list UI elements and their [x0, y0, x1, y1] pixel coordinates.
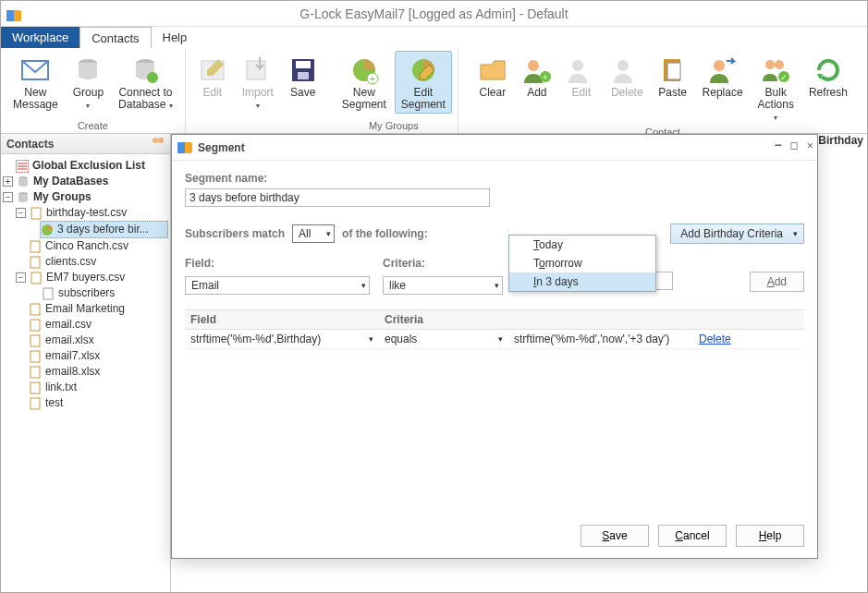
tree-item[interactable]: subscribers — [3, 285, 168, 301]
users-icon — [152, 137, 165, 151]
group-button[interactable]: Group▾ — [67, 51, 110, 115]
grid-head-field: Field — [185, 310, 379, 329]
svg-rect-39 — [31, 257, 40, 268]
grid-cell-field[interactable]: strftime('%m-%d',Birthday)▾ — [185, 330, 379, 348]
save-button-ribbon[interactable]: Save — [282, 51, 324, 115]
svg-rect-43 — [31, 320, 40, 331]
refresh-button[interactable]: Refresh — [802, 51, 854, 127]
svg-text:+: + — [370, 74, 375, 84]
edit-button: Edit — [191, 51, 234, 115]
svg-text:+: + — [543, 72, 548, 82]
file-icon — [29, 240, 42, 253]
maximize-button[interactable]: □ — [791, 139, 798, 151]
match-select[interactable]: All — [292, 224, 335, 243]
user-delete-icon — [612, 55, 642, 85]
segment-dialog: Segment — □ ✕ Segment name: Subscribers … — [171, 134, 818, 559]
tree-item[interactable]: − EM7 buyers.csv — [3, 270, 168, 285]
tree-item[interactable]: Cinco Ranch.csv — [3, 238, 168, 254]
svg-rect-40 — [31, 272, 41, 284]
pie-icon — [41, 224, 54, 236]
file-icon — [29, 303, 42, 316]
svg-point-5 — [147, 72, 158, 83]
tree-item[interactable]: clients.csv — [3, 254, 168, 270]
birthday-criteria-menu: Today Tomorrow In 3 days — [508, 235, 656, 292]
file-icon — [29, 319, 42, 332]
menu-item-in-3-days[interactable]: In 3 days — [509, 272, 655, 291]
tree-item[interactable]: test — [3, 395, 168, 411]
connect-database-button[interactable]: Connect to Database ▾ — [112, 51, 179, 115]
delete-link[interactable]: Delete — [699, 333, 731, 345]
grid-cell-value: strftime('%m-%d','now','+3 day') — [508, 330, 693, 348]
tab-help[interactable]: Help — [152, 27, 199, 48]
bulk-actions-button[interactable]: ✓ Bulk Actions▾ — [752, 51, 801, 127]
user-plus-icon: + — [522, 55, 552, 85]
cancel-button[interactable]: Cancel — [658, 525, 727, 547]
collapse-icon[interactable]: − — [16, 208, 26, 218]
clipboard-icon — [658, 55, 688, 85]
close-button[interactable]: ✕ — [807, 139, 813, 151]
add-button[interactable]: Add — [750, 272, 804, 292]
tab-workplace[interactable]: Workplace — [1, 27, 79, 48]
envelope-icon — [20, 55, 50, 85]
tree-my-databases[interactable]: + My DataBases — [3, 174, 168, 189]
field-label: Field: — [185, 257, 370, 270]
svg-rect-42 — [31, 304, 40, 315]
file-icon — [30, 272, 43, 284]
file-icon — [29, 381, 42, 394]
file-icon — [29, 350, 42, 363]
menu-item-today[interactable]: Today — [509, 236, 655, 254]
tree-item[interactable]: Email Marketing — [3, 301, 168, 317]
match-label-left: Subscribers match — [185, 227, 285, 240]
save-button[interactable]: Save — [581, 525, 649, 547]
clear-button[interactable]: Clear — [471, 51, 514, 127]
svg-rect-48 — [31, 398, 40, 409]
chevron-down-icon[interactable]: ▾ — [369, 334, 373, 344]
tree-item-segment-selected[interactable]: 3 days before bir... — [40, 221, 168, 238]
svg-rect-45 — [31, 351, 40, 362]
file-icon — [29, 366, 42, 379]
chevron-down-icon: ▾ — [774, 114, 777, 122]
database-icon — [17, 191, 30, 204]
svg-rect-41 — [43, 288, 53, 299]
help-button[interactable]: Help — [736, 525, 804, 547]
grid-head-criteria: Criteria — [379, 310, 508, 329]
folder-open-icon — [478, 55, 507, 85]
svg-point-15 — [528, 60, 539, 71]
tree-my-groups[interactable]: − My Groups — [3, 189, 168, 205]
minimize-button[interactable]: — — [775, 139, 781, 151]
expand-icon[interactable]: + — [3, 176, 13, 187]
grid-cell-criteria[interactable]: equals▾ — [379, 330, 508, 348]
svg-rect-1 — [6, 10, 14, 21]
segment-name-input[interactable] — [185, 188, 490, 207]
add-contact-button[interactable]: + Add — [516, 51, 558, 127]
chevron-down-icon[interactable]: ▾ — [498, 334, 503, 344]
tree-item[interactable]: email8.xlsx — [3, 364, 168, 380]
new-message-button[interactable]: New Message — [6, 51, 65, 115]
svg-point-18 — [572, 60, 583, 71]
collapse-icon[interactable]: − — [16, 272, 26, 283]
criteria-label: Criteria: — [383, 257, 503, 270]
criteria-select[interactable]: like — [383, 276, 503, 295]
edit-contact-button: Edit — [560, 51, 603, 127]
tree-item[interactable]: link.txt — [3, 380, 168, 395]
file-icon — [29, 334, 42, 347]
tree-global-exclusion[interactable]: Global Exclusion List — [3, 158, 168, 174]
new-segment-button[interactable]: + New Segment — [336, 51, 393, 114]
tree-item[interactable]: − birthday-test.csv — [3, 205, 168, 221]
paste-button[interactable]: Paste — [652, 51, 694, 127]
collapse-icon[interactable]: − — [3, 192, 13, 202]
tab-contacts[interactable]: Contacts — [79, 27, 151, 48]
file-icon — [42, 287, 55, 300]
grid-row: strftime('%m-%d',Birthday)▾ equals▾ strf… — [185, 330, 804, 349]
menu-item-tomorrow[interactable]: Tomorrow — [509, 254, 655, 272]
field-select[interactable]: Email — [185, 276, 370, 295]
add-birthday-criteria-button[interactable]: Add Birthday Criteria — [670, 224, 804, 244]
svg-point-29 — [158, 138, 164, 143]
svg-point-19 — [617, 60, 629, 71]
tree-item[interactable]: email7.xlsx — [3, 348, 168, 364]
replace-button[interactable]: Replace — [696, 51, 750, 127]
tree-item[interactable]: email.csv — [3, 317, 168, 333]
edit-segment-button[interactable]: Edit Segment — [395, 51, 452, 114]
tree-item[interactable]: email.xlsx — [3, 333, 168, 348]
ribbon-group-label-create: Create — [6, 120, 179, 131]
